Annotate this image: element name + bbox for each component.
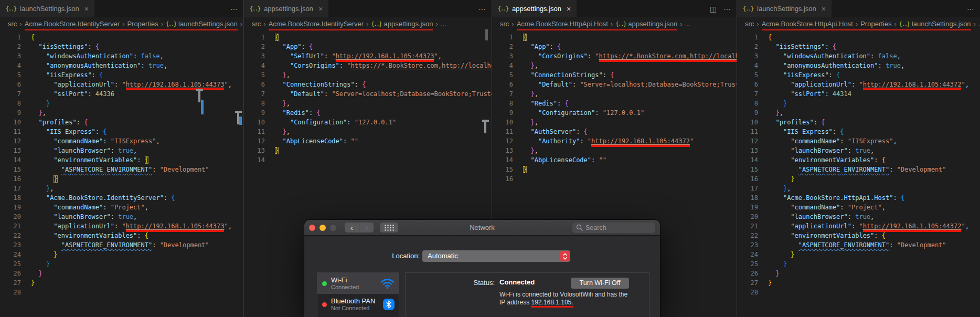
breadcrumb-item[interactable]: Properties	[860, 19, 891, 29]
code-line: 2 "iisSettings": {	[737, 42, 980, 51]
line-number: 20	[0, 212, 31, 221]
back-button[interactable]: ‹	[345, 223, 359, 233]
line-number: 13	[492, 146, 523, 155]
service-name: Wi-Fi	[331, 276, 359, 284]
breadcrumb-item[interactable]: src	[8, 19, 17, 29]
json-icon: {..}	[166, 21, 176, 27]
code-line: 15}	[492, 165, 737, 174]
editor-tab[interactable]: {..}appsettings.json×	[244, 0, 329, 17]
line-number: 5	[0, 70, 31, 80]
close-icon[interactable]: ×	[567, 5, 571, 13]
line-number: 8	[492, 99, 523, 108]
line-number: 3	[0, 51, 31, 61]
minimize-window-button[interactable]	[319, 225, 326, 231]
line-number: 24	[737, 250, 768, 259]
tab-bar: {..}launchSettings.json×⋯	[737, 0, 980, 17]
breadcrumb-item[interactable]: Acme.BookStore.HttpApi.Host	[517, 19, 608, 29]
code-line: 6 "ConnectionStrings": {	[244, 80, 492, 89]
line-number: 5	[492, 70, 523, 80]
service-item-wifi[interactable]: Wi-Fi Connected	[317, 273, 399, 294]
breadcrumb-item[interactable]: src	[500, 19, 509, 29]
code-line: 10 "profiles": {	[737, 118, 980, 127]
more-actions-icon[interactable]: ⋯	[478, 5, 486, 13]
code-line: 9 "Configuration": "127.0.0.1"	[492, 108, 737, 118]
line-number: 13	[0, 146, 31, 155]
code-line: 12 "commandName": "IISExpress",	[737, 136, 980, 146]
code-line: 12 "AbpLicenseCode": ""	[244, 136, 492, 146]
breadcrumb-item[interactable]: Acme.BookStore.IdentityServer	[269, 19, 364, 29]
zoom-window-button[interactable]	[330, 225, 336, 231]
close-icon[interactable]: ×	[84, 5, 89, 13]
editor-tab[interactable]: {..}appsettings.json×	[492, 0, 577, 17]
breadcrumb-item[interactable]: Acme.BookStore.HttpApi.Host	[762, 19, 853, 29]
breadcrumb-separator: ›	[433, 19, 440, 29]
more-actions-icon[interactable]: ⋯	[967, 5, 974, 13]
code-line: 18 "Acme.BookStore.IdentityServer": {	[0, 193, 243, 203]
line-number: 14	[492, 155, 523, 165]
breadcrumb-item[interactable]: Acme.BookStore.IdentityServer	[25, 19, 120, 29]
traffic-lights	[309, 225, 336, 231]
code-line: 6 "applicationUrl": "http://192.168.1.10…	[737, 80, 980, 89]
code-editor[interactable]: 1{2 "iisSettings": {3 "windowsAuthentica…	[737, 30, 980, 297]
line-number: 1	[0, 33, 31, 42]
breadcrumb-separator: ›	[509, 19, 516, 29]
code-editor[interactable]: 1{2 "App": {3 "SelfUrl": "http://192.168…	[244, 30, 492, 165]
code-line: 11 "IIS Express": {	[0, 127, 243, 136]
code-line: 27}	[0, 278, 243, 288]
code-line: 23 "ASPNETCORE_ENVIRONMENT": "Developmen…	[737, 240, 980, 250]
breadcrumb[interactable]: src›Acme.BookStore.HttpApi.Host›Properti…	[737, 17, 980, 30]
close-window-button[interactable]	[309, 225, 315, 231]
service-item-bluetooth-pan[interactable]: Bluetooth PAN Not Connected	[317, 294, 399, 315]
network-window-body: Location: Automatic Wi-Fi Connected	[304, 236, 660, 317]
editor-tab[interactable]: {..}launchSettings.json×	[0, 0, 95, 17]
line-number: 20	[737, 212, 768, 221]
breadcrumb-item[interactable]: Properties	[127, 19, 158, 29]
line-number: 17	[737, 184, 768, 193]
split-editor-icon[interactable]: ◫	[710, 5, 717, 13]
status-dot-green	[322, 281, 327, 286]
breadcrumb[interactable]: src›Acme.BookStore.IdentityServer›{..}ap…	[244, 17, 492, 30]
json-icon: {..}	[615, 21, 626, 27]
breadcrumb-separator: ›	[971, 19, 978, 29]
close-icon[interactable]: ×	[822, 5, 826, 13]
close-icon[interactable]: ×	[318, 5, 323, 13]
location-value: Automatic	[428, 252, 458, 260]
line-number: 2	[492, 42, 523, 51]
line-number: 2	[0, 42, 31, 51]
line-number: 22	[0, 231, 31, 240]
line-number: 4	[492, 61, 523, 70]
more-actions-icon[interactable]: ⋯	[723, 5, 731, 13]
breadcrumb[interactable]: src›Acme.BookStore.IdentityServer›Proper…	[0, 17, 243, 30]
breadcrumb-item[interactable]: src	[745, 19, 754, 29]
code-editor[interactable]: 1{2 "App": {3 "CorsOrigins": "https://*.…	[492, 30, 737, 184]
tab-label: launchSettings.json	[20, 5, 79, 13]
search-input[interactable]: Search	[572, 223, 655, 233]
code-editor[interactable]: 1{2 "iisSettings": {3 "windowsAuthentica…	[0, 30, 243, 297]
turn-wifi-off-button[interactable]: Turn Wi-Fi Off	[571, 278, 629, 289]
line-number: 1	[492, 33, 523, 42]
line-number: 6	[244, 80, 275, 89]
breadcrumb-item[interactable]: {..}launchSettings.json	[899, 19, 971, 29]
location-dropdown[interactable]: Automatic	[422, 250, 570, 262]
breadcrumb[interactable]: src›Acme.BookStore.HttpApi.Host›{..}apps…	[492, 17, 737, 30]
code-line: 10 "Configuration": "127.0.0.1"	[244, 118, 492, 127]
line-number: 11	[492, 127, 523, 136]
line-number: 1	[244, 33, 275, 42]
code-line: 17 },	[737, 184, 980, 193]
line-number: 8	[244, 99, 275, 108]
show-all-button[interactable]	[380, 223, 398, 233]
overview-ruler-mark	[235, 111, 242, 113]
forward-button[interactable]: ›	[359, 223, 374, 233]
editor-tab[interactable]: {..}launchSettings.json×	[737, 0, 832, 17]
breadcrumb-item[interactable]: {..}appsettings.json	[371, 19, 433, 29]
line-number: 7	[0, 89, 31, 99]
breadcrumb-item[interactable]: {..}launchSettings.json	[166, 19, 238, 29]
more-actions-icon[interactable]: ⋯	[230, 5, 238, 13]
code-line: 6 "Default": "Server=localhost;Database=…	[492, 80, 737, 89]
scrollbar-thumb[interactable]	[485, 29, 488, 40]
breadcrumb-item[interactable]: {..}appsettings.json	[615, 19, 677, 29]
editor-pane-4: {..}launchSettings.json×⋯src›Acme.BookSt…	[737, 0, 980, 317]
ip-address: 192.168.1.105.	[531, 299, 573, 306]
line-number: 2	[244, 42, 275, 51]
breadcrumb-item[interactable]: src	[252, 19, 261, 29]
